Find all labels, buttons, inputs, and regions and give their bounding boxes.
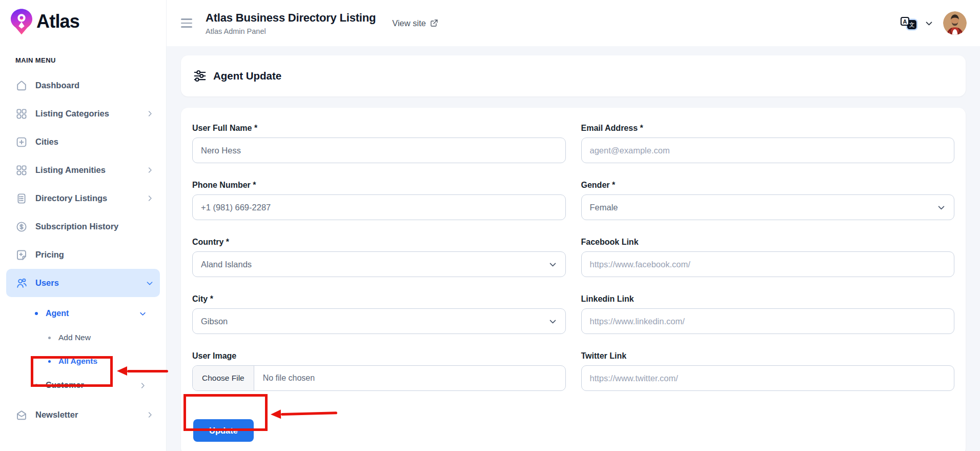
chevron-down-icon <box>548 317 557 326</box>
sidebar-item-listing-categories[interactable]: Listing Categories <box>6 100 160 128</box>
field-email-address: Email Address * <box>581 123 955 163</box>
twitter-link-input[interactable] <box>581 365 955 391</box>
sidebar-subitem-label: Add New <box>58 333 147 342</box>
home-icon <box>15 80 28 92</box>
clipboard-list-icon <box>15 192 28 205</box>
sidebar-item-subscription-history[interactable]: Subscription History <box>6 212 160 241</box>
linkedin-link-input[interactable] <box>581 308 955 334</box>
hamburger-menu-icon[interactable] <box>180 16 193 29</box>
chevron-right-icon <box>146 166 154 174</box>
form-grid: User Full Name * Phone Number * Country … <box>192 123 954 442</box>
brand-logo[interactable]: Atlas <box>0 0 166 35</box>
sidebar-item-listing-amenities[interactable]: Listing Amenities <box>6 156 160 184</box>
form-title-card: Agent Update <box>181 55 966 96</box>
sidebar-item-pricing[interactable]: Pricing <box>6 241 160 269</box>
sliders-icon <box>193 69 207 83</box>
sidebar-nav: Dashboard Listing Categories Cities List… <box>0 71 166 429</box>
sidebar-subitem-label: Customer <box>46 381 131 390</box>
field-city: City * Gibson <box>192 294 566 334</box>
user-full-name-input[interactable] <box>192 138 566 163</box>
chevron-down-icon <box>937 203 946 212</box>
main-menu-label: MAIN MENU <box>15 56 166 64</box>
sidebar-item-label: Subscription History <box>35 222 154 231</box>
sidebar-subitem-label: Agent <box>46 309 131 318</box>
field-twitter-link: Twitter Link <box>581 351 955 391</box>
view-site-link[interactable]: View site <box>392 18 438 28</box>
chevron-right-icon <box>146 194 154 202</box>
facebook-link-input[interactable] <box>581 251 955 277</box>
chevron-down-icon <box>548 260 557 269</box>
phone-number-input[interactable] <box>192 194 566 220</box>
field-label: Email Address * <box>581 123 955 133</box>
sidebar-item-directory-listings[interactable]: Directory Listings <box>6 184 160 212</box>
field-label: Phone Number * <box>192 180 566 190</box>
sidebar-item-users[interactable]: Users <box>6 269 160 297</box>
sidebar-item-add-new[interactable]: Add New <box>12 326 154 349</box>
city-select[interactable]: Gibson <box>192 308 566 334</box>
page-subtitle: Atlas Admin Panel <box>206 27 376 35</box>
dollar-circle-icon <box>15 221 28 233</box>
language-a-glyph: A <box>901 17 909 26</box>
bullet-icon <box>48 337 51 339</box>
country-select[interactable]: Aland Islands <box>192 251 566 277</box>
sidebar-item-dashboard[interactable]: Dashboard <box>6 71 160 100</box>
grid-icon <box>15 164 28 177</box>
sidebar-item-agent[interactable]: Agent <box>12 301 154 326</box>
form-column-right: Email Address * Gender * Female Facebook… <box>581 123 955 442</box>
bullet-icon <box>48 360 51 363</box>
choose-file-button[interactable]: Choose File <box>193 366 254 390</box>
field-country: Country * Aland Islands <box>192 237 566 277</box>
sidebar-subitem-label: All Agents <box>58 357 147 366</box>
field-label: User Full Name * <box>192 123 566 133</box>
gender-select-value: Female <box>590 203 618 212</box>
field-label: Twitter Link <box>581 351 955 361</box>
field-label: Facebook Link <box>581 237 955 247</box>
grid-icon <box>15 108 28 120</box>
field-linkedin-link: Linkedin Link <box>581 294 955 334</box>
user-avatar[interactable] <box>943 11 967 35</box>
topbar: Atlas Business Directory Listing Atlas A… <box>167 0 980 46</box>
field-label: User Image <box>192 351 566 361</box>
plus-square-icon <box>15 136 28 148</box>
field-gender: Gender * Female <box>581 180 955 220</box>
sidebar-item-cities[interactable]: Cities <box>6 128 160 156</box>
field-label: Linkedin Link <box>581 294 955 304</box>
email-address-input[interactable] <box>581 138 955 163</box>
sidebar-item-newsletter[interactable]: Newsletter <box>6 401 160 429</box>
agent-update-form-card: User Full Name * Phone Number * Country … <box>181 108 966 451</box>
sidebar-item-label: Directory Listings <box>35 193 146 203</box>
gender-select[interactable]: Female <box>581 194 955 220</box>
country-select-value: Aland Islands <box>201 260 252 269</box>
brand-name: Atlas <box>36 11 79 32</box>
sidebar-item-label: Users <box>35 278 146 288</box>
bullet-icon <box>35 384 38 387</box>
chevron-down-icon <box>146 279 154 287</box>
file-plus-icon <box>15 249 28 261</box>
city-select-value: Gibson <box>201 317 228 326</box>
mail-icon <box>15 409 28 421</box>
sidebar-item-customer[interactable]: Customer <box>12 373 154 398</box>
translate-icon[interactable]: A 文 <box>900 15 917 31</box>
update-button[interactable]: Update <box>193 419 254 442</box>
field-user-full-name: User Full Name * <box>192 123 566 163</box>
topbar-actions: A 文 <box>900 11 967 35</box>
chevron-right-icon <box>146 110 154 117</box>
sidebar-item-label: Pricing <box>35 250 154 260</box>
page-title: Atlas Business Directory Listing <box>206 11 376 25</box>
users-icon <box>15 277 28 289</box>
chevron-right-icon <box>139 382 147 389</box>
sidebar-item-all-agents[interactable]: All Agents <box>12 349 154 373</box>
field-facebook-link: Facebook Link <box>581 237 955 277</box>
view-site-label: View site <box>392 18 426 28</box>
user-image-file-input[interactable]: Choose File No file chosen <box>192 365 566 391</box>
field-user-image: User Image Choose File No file chosen <box>192 351 566 391</box>
field-label: Country * <box>192 237 566 247</box>
chevron-right-icon <box>146 411 154 419</box>
sidebar-item-label: Dashboard <box>35 81 154 90</box>
form-column-left: User Full Name * Phone Number * Country … <box>192 123 566 442</box>
chevron-down-icon[interactable] <box>925 19 933 28</box>
field-label: Gender * <box>581 180 955 190</box>
bullet-icon <box>35 312 38 315</box>
field-label: City * <box>192 294 566 304</box>
users-submenu: Agent Add New All Agents Customer <box>6 297 160 398</box>
